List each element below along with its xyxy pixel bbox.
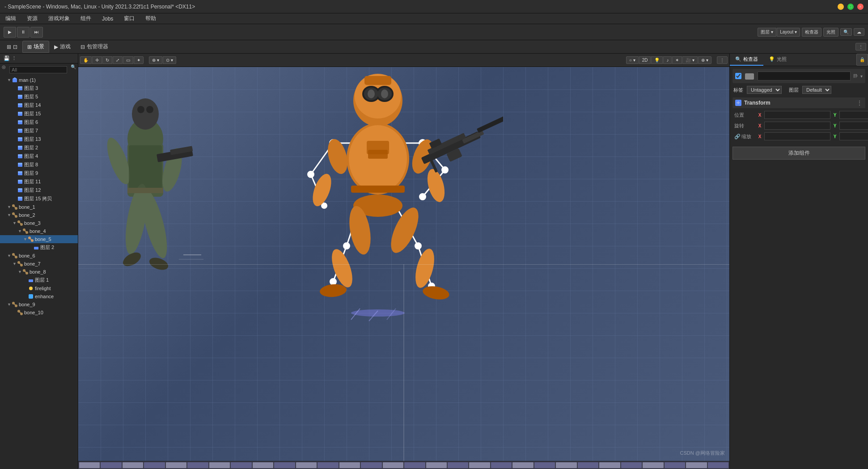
hierarchy-search-input[interactable] xyxy=(9,66,67,73)
svg-point-100 xyxy=(419,194,426,200)
minimize-button[interactable]: − xyxy=(838,4,844,10)
scale-x-input[interactable]: 0.9999 xyxy=(764,132,830,140)
pos-y-input[interactable]: 0.0264 xyxy=(839,111,868,119)
global-dropdown[interactable]: ⊙ ▾ xyxy=(163,56,176,64)
audio-btn[interactable]: ♪ xyxy=(663,56,672,64)
cube-icon xyxy=(12,77,18,83)
hierarchy-item-layer2-bone5[interactable]: 图层 2 xyxy=(0,243,78,252)
svg-rect-19 xyxy=(18,154,22,156)
component-options-icon[interactable]: ⋮ xyxy=(856,99,863,106)
hierarchy-item-layer5[interactable]: 图层 5 xyxy=(0,93,78,101)
search-toolbar[interactable]: 🔍 xyxy=(840,28,852,36)
menu-assets[interactable]: 资源 xyxy=(25,14,39,23)
inspector-tab[interactable]: 🔍 检查器 xyxy=(730,54,763,66)
game-tab[interactable]: ▶ 游戏 xyxy=(49,41,76,53)
menu-edit[interactable]: 编辑 xyxy=(4,14,18,23)
hierarchy-tab[interactable]: ⊞ ⊡ xyxy=(2,42,22,52)
pos-x-input[interactable]: 1.246 xyxy=(764,111,830,119)
scene-more[interactable]: ⋮ xyxy=(717,56,728,64)
hierarchy-item-bone10[interactable]: bone_10 xyxy=(0,308,78,317)
t-block xyxy=(643,462,663,468)
lighting-tab[interactable]: 💡 光照 xyxy=(763,54,792,66)
menu-window[interactable]: 窗口 xyxy=(122,14,136,23)
maximize-button[interactable]: □ xyxy=(847,4,854,10)
t-block xyxy=(708,462,728,468)
scene-view-dropdown[interactable]: 🎥 ▾ xyxy=(682,56,698,64)
hierarchy-item-layer7[interactable]: 图层 7 xyxy=(0,127,78,135)
layout-dropdown[interactable]: Layout ▾ xyxy=(777,28,800,37)
hierarchy-item-layer11[interactable]: 图层 11 xyxy=(0,177,78,186)
hierarchy-item-bone7[interactable]: ▼ bone_7 xyxy=(0,260,78,268)
hierarchy-item-enhance[interactable]: enhance xyxy=(0,292,78,300)
hierarchy-item-layer1-bone8[interactable]: 图层 1 xyxy=(0,276,78,284)
object-name-input[interactable]: bone 5 xyxy=(758,72,851,80)
layer-dropdown[interactable]: Default xyxy=(802,86,831,94)
inspector-toggle[interactable]: 检查器 xyxy=(802,28,821,37)
lighting-btn[interactable]: 💡 xyxy=(651,56,663,64)
hierarchy-item-layer14[interactable]: 图层 14 xyxy=(0,101,78,110)
pivot-dropdown[interactable]: ⊕ ▾ xyxy=(149,56,162,64)
layer-icon xyxy=(17,196,23,202)
scene-tab[interactable]: ⊞ 场景 xyxy=(22,41,49,53)
svg-point-132 xyxy=(422,284,450,301)
add-component-button[interactable]: 添加组件 xyxy=(733,147,865,160)
hierarchy-item-layer9[interactable]: 图层 9 xyxy=(0,169,78,177)
hierarchy-item-layer15copy[interactable]: 图层 15 拷贝 xyxy=(0,194,78,203)
scale-tool[interactable]: ⤢ xyxy=(113,56,123,64)
hierarchy-item-layer3[interactable]: 图层 3 xyxy=(0,84,78,93)
hierarchy-item-bone6[interactable]: ▼ bone_6 xyxy=(0,252,78,260)
inspector-panel: 🔍 检查器 💡 光照 🔒 bone 5 静 ▾ 标签 xyxy=(729,54,868,469)
hierarchy-item-bone2[interactable]: ▼ bone_2 xyxy=(0,211,78,219)
play-button[interactable]: ▶ xyxy=(4,27,16,38)
pause-button[interactable]: ⏸ xyxy=(17,27,30,38)
hierarchy-item-layer6[interactable]: 图层 6 xyxy=(0,118,78,127)
lighting-toggle[interactable]: 光照 xyxy=(823,28,838,37)
rect-tool[interactable]: ▭ xyxy=(123,56,133,64)
render-mode[interactable]: ⊕ ▾ xyxy=(698,56,711,64)
search-icon[interactable]: 🔍 xyxy=(71,64,76,75)
object-enabled-checkbox[interactable] xyxy=(735,73,741,79)
rotate-tool[interactable]: ↻ xyxy=(102,56,112,64)
hierarchy-item-firelight[interactable]: firelight xyxy=(0,284,78,292)
layers-dropdown[interactable]: 图层 ▾ xyxy=(758,28,776,37)
close-button[interactable]: × xyxy=(857,4,864,10)
menu-help[interactable]: 帮助 xyxy=(144,14,158,23)
hierarchy-item-layer12[interactable]: 图层 12 xyxy=(0,186,78,194)
2d-toggle[interactable]: 2D xyxy=(639,56,651,64)
svg-point-97 xyxy=(308,171,314,177)
hierarchy-item-layer4[interactable]: 图层 4 xyxy=(0,152,78,161)
hierarchy-item-bone9[interactable]: ▼ bone_9 xyxy=(0,300,78,308)
package-tab[interactable]: ⊟ 包管理器 xyxy=(76,41,113,53)
step-button[interactable]: ⏭ xyxy=(30,27,43,38)
account-button[interactable]: ☁ xyxy=(854,28,864,36)
tag-dropdown[interactable]: Untagged xyxy=(747,86,782,94)
hierarchy-item-layer13[interactable]: 图层 13 xyxy=(0,135,78,144)
hierarchy-item-layer8[interactable]: 图层 8 xyxy=(0,161,78,169)
hierarchy-item-bone5[interactable]: ▼ bone_5 xyxy=(0,235,78,243)
hierarchy-item-layer15[interactable]: 图层 15 xyxy=(0,110,78,118)
menu-gameobject[interactable]: 游戏对象 xyxy=(47,14,72,23)
hierarchy-item-bone8[interactable]: ▼ bone_8 xyxy=(0,268,78,276)
hierarchy-item-bone4[interactable]: ▼ bone_4 xyxy=(0,227,78,235)
more-options[interactable]: ⋮ xyxy=(855,43,866,51)
hierarchy-item-bone3[interactable]: ▼ bone_3 xyxy=(0,219,78,227)
move-tool[interactable]: ✛ xyxy=(92,56,102,64)
rot-y-input[interactable]: 0 xyxy=(839,122,868,130)
rot-x-input[interactable]: 0 xyxy=(764,122,830,130)
menu-jobs[interactable]: Jobs xyxy=(100,15,115,23)
inspector-lock[interactable]: 🔒 xyxy=(856,54,868,66)
hierarchy-item-man[interactable]: ▼ man (1) xyxy=(0,76,78,84)
scale-y-input[interactable]: 0.9999 xyxy=(839,132,868,140)
hierarchy-more-icon[interactable]: ⋮ xyxy=(12,55,17,61)
object-static-dropdown[interactable]: ▾ xyxy=(860,74,863,79)
gizmos-btn[interactable]: ○ ▾ xyxy=(626,56,639,64)
transform-all-tool[interactable]: ✦ xyxy=(134,56,144,64)
menu-component[interactable]: 组件 xyxy=(79,14,93,23)
svg-line-44 xyxy=(30,238,32,241)
hierarchy-item-layer2[interactable]: 图层 2 xyxy=(0,144,78,152)
fx-btn[interactable]: ✶ xyxy=(672,56,682,64)
hand-tool[interactable]: ✋ xyxy=(80,56,92,64)
transform-component-header[interactable]: ✛ Transform ⋮ xyxy=(733,97,865,108)
hierarchy-item-bone1[interactable]: ▼ bone_1 xyxy=(0,203,78,211)
bone-icon xyxy=(28,236,34,242)
